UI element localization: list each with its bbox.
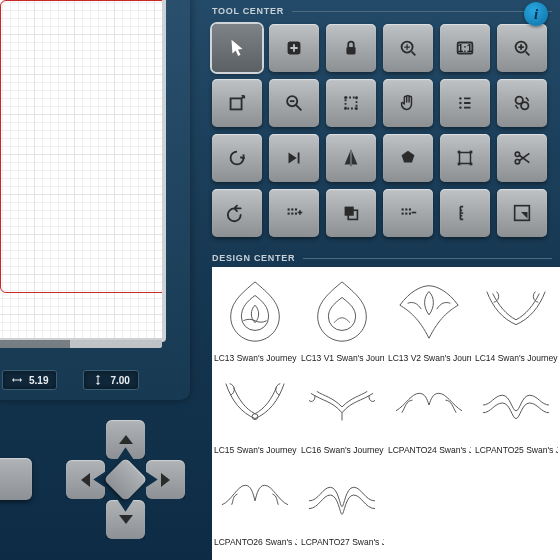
svg-rect-31 bbox=[402, 208, 404, 210]
undo-button[interactable] bbox=[212, 189, 262, 237]
cursor-icon bbox=[226, 37, 248, 59]
canvas-scrollbar-horizontal[interactable] bbox=[0, 340, 162, 348]
zoom-in-button[interactable] bbox=[497, 24, 547, 72]
design-caption: LC15 Swan's Journey C bbox=[212, 444, 297, 455]
shape-button[interactable] bbox=[383, 134, 433, 182]
design-thumbnail[interactable]: LCPANTO25 Swan's Jo bbox=[473, 363, 558, 455]
swap-icon bbox=[511, 92, 533, 114]
design-thumbnail[interactable]: LC13 Swan's Journey B bbox=[212, 271, 297, 363]
nav-up-button[interactable] bbox=[106, 420, 145, 459]
svg-point-14 bbox=[459, 106, 461, 108]
arrow-up-icon bbox=[119, 435, 133, 444]
align-distribute-button[interactable] bbox=[440, 79, 490, 127]
svg-point-11 bbox=[355, 107, 358, 110]
svg-rect-19 bbox=[458, 163, 461, 166]
density-more-button[interactable] bbox=[269, 189, 319, 237]
svg-rect-7 bbox=[346, 98, 357, 109]
design-thumbnail[interactable]: LC13 V2 Swan's Journe bbox=[386, 271, 471, 363]
svg-point-10 bbox=[344, 107, 347, 110]
canvas-panel: 5.19 7.00 bbox=[0, 0, 190, 400]
design-thumbnail[interactable]: LC14 Swan's Journey C bbox=[473, 271, 558, 363]
zoom-out-icon bbox=[283, 92, 305, 114]
design-thumbnail[interactable]: LC13 V1 Swan's Journe bbox=[299, 271, 384, 363]
measure-button[interactable] bbox=[440, 189, 490, 237]
new-design-button[interactable] bbox=[269, 24, 319, 72]
design-canvas[interactable] bbox=[0, 0, 162, 338]
nav-aux-button[interactable] bbox=[0, 458, 32, 500]
nav-left-button[interactable] bbox=[66, 460, 105, 499]
design-thumbnail[interactable]: LCPANTO27 Swan's Jo bbox=[299, 455, 384, 547]
plus-square-icon bbox=[283, 37, 305, 59]
crop-icon bbox=[340, 92, 362, 114]
svg-rect-26 bbox=[288, 213, 290, 215]
design-preview bbox=[299, 455, 384, 536]
design-preview bbox=[473, 271, 558, 352]
height-indicator[interactable]: 7.00 bbox=[83, 370, 138, 390]
go-right-button[interactable] bbox=[269, 134, 319, 182]
scissors-icon bbox=[511, 147, 533, 169]
canvas-frame bbox=[0, 0, 166, 342]
header-divider bbox=[303, 258, 552, 259]
svg-rect-35 bbox=[405, 213, 407, 215]
header-divider bbox=[292, 11, 552, 12]
section-label: DESIGN CENTER bbox=[212, 253, 295, 263]
pan-button[interactable] bbox=[383, 79, 433, 127]
rotate-button[interactable] bbox=[212, 134, 262, 182]
zoom-in-icon bbox=[511, 37, 533, 59]
svg-rect-29 bbox=[345, 207, 354, 216]
svg-point-8 bbox=[344, 96, 347, 99]
info-button[interactable]: i bbox=[524, 2, 548, 26]
svg-rect-5 bbox=[231, 98, 242, 109]
rotate-icon bbox=[226, 147, 248, 169]
zoom-fit-button[interactable] bbox=[383, 24, 433, 72]
nav-center-button[interactable] bbox=[104, 458, 148, 502]
svg-rect-25 bbox=[295, 208, 297, 210]
lock-icon bbox=[340, 37, 362, 59]
cut-button[interactable] bbox=[497, 134, 547, 182]
arrow-right-icon bbox=[161, 473, 170, 487]
duplicate-button[interactable] bbox=[326, 189, 376, 237]
design-thumbnail[interactable]: LC15 Swan's Journey C bbox=[212, 363, 297, 455]
scale-corner-button[interactable] bbox=[497, 189, 547, 237]
select-tool-button[interactable] bbox=[212, 24, 262, 72]
design-thumbnail[interactable]: LCPANTO26 Swan's Jo bbox=[212, 455, 297, 547]
design-caption: LCPANTO27 Swan's Jo bbox=[299, 536, 384, 547]
design-preview bbox=[212, 363, 297, 444]
svg-rect-27 bbox=[291, 213, 293, 215]
design-preview bbox=[386, 271, 471, 352]
arrow-left-icon bbox=[81, 473, 90, 487]
design-grid[interactable]: LC13 Swan's Journey B LC13 V1 Swan's Jou… bbox=[212, 267, 560, 560]
width-indicator[interactable]: 5.19 bbox=[2, 370, 57, 390]
density-less-button[interactable] bbox=[383, 189, 433, 237]
one-to-one-label: 1:1 bbox=[458, 43, 472, 54]
nav-right-button[interactable] bbox=[146, 460, 185, 499]
swap-cycle-button[interactable] bbox=[497, 79, 547, 127]
design-preview bbox=[473, 363, 558, 444]
zoom-out-tool-button[interactable] bbox=[269, 79, 319, 127]
crop-button[interactable] bbox=[326, 79, 376, 127]
lock-button[interactable] bbox=[326, 24, 376, 72]
zoom-target-icon bbox=[397, 37, 419, 59]
resize-icon bbox=[226, 92, 248, 114]
zoom-one-button[interactable]: 1:1 bbox=[440, 24, 490, 72]
svg-rect-24 bbox=[291, 208, 293, 210]
svg-rect-28 bbox=[295, 213, 297, 215]
svg-rect-33 bbox=[409, 208, 411, 210]
nav-down-button[interactable] bbox=[106, 500, 145, 539]
svg-rect-18 bbox=[470, 151, 473, 154]
svg-rect-32 bbox=[405, 208, 407, 210]
design-thumbnail[interactable]: LC16 Swan's Journey Fi bbox=[299, 363, 384, 455]
resize-button[interactable] bbox=[212, 79, 262, 127]
mirror-button[interactable] bbox=[326, 134, 376, 182]
svg-point-9 bbox=[355, 96, 358, 99]
height-value: 7.00 bbox=[110, 375, 129, 386]
svg-rect-23 bbox=[288, 208, 290, 210]
svg-rect-20 bbox=[470, 163, 473, 166]
design-caption: LCPANTO24 Swan's Jo bbox=[386, 444, 471, 455]
arrow-down-icon bbox=[119, 515, 133, 524]
width-value: 5.19 bbox=[29, 375, 48, 386]
scroll-thumb[interactable] bbox=[0, 340, 70, 348]
svg-point-12 bbox=[459, 97, 461, 99]
transform-box-button[interactable] bbox=[440, 134, 490, 182]
design-thumbnail[interactable]: LCPANTO24 Swan's Jo bbox=[386, 363, 471, 455]
